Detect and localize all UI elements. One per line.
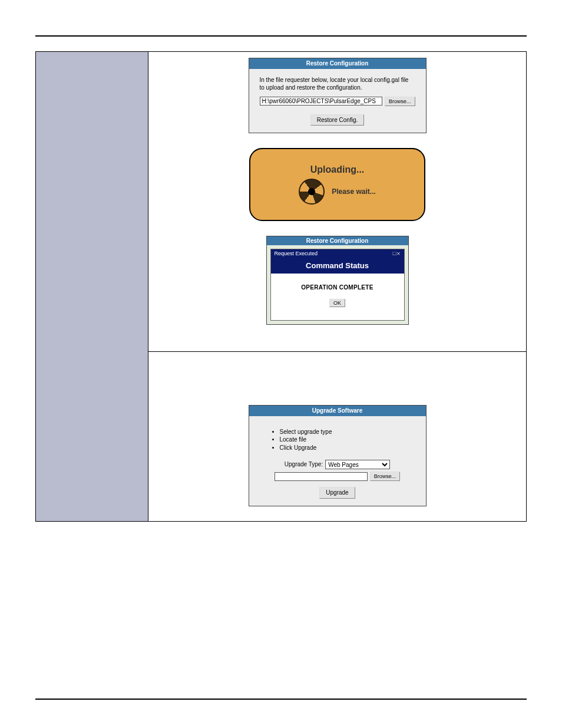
upgrade-type-select[interactable]: Web Pages bbox=[325, 460, 390, 469]
spinner-icon bbox=[299, 179, 325, 205]
command-status-title: Command Status bbox=[271, 258, 404, 274]
command-status-panel: Restore Configuration Request Executed ☐… bbox=[266, 236, 409, 325]
footer-rule bbox=[35, 699, 527, 700]
upgrade-button[interactable]: Upgrade bbox=[319, 487, 355, 499]
upgrade-browse-button[interactable]: Browse... bbox=[370, 472, 401, 481]
upgrade-file-input[interactable] bbox=[275, 472, 368, 481]
request-executed-label: Request Executed bbox=[275, 251, 318, 256]
upgrade-software-panel: Upgrade Software Select upgrade type Loc… bbox=[249, 405, 427, 506]
upgrade-software-header: Upgrade Software bbox=[249, 406, 426, 416]
restore-browse-button[interactable]: Browse... bbox=[385, 97, 415, 106]
upgrade-step-3: Click Upgrade bbox=[280, 444, 415, 452]
doc-table: Restore Configuration In the file reques… bbox=[35, 51, 527, 522]
restore-file-input[interactable] bbox=[260, 97, 382, 106]
ok-button[interactable]: OK bbox=[329, 299, 345, 307]
header-rule bbox=[35, 35, 527, 37]
restore-config-panel: Restore Configuration In the file reques… bbox=[249, 58, 427, 133]
uploading-wait: Please wait... bbox=[332, 187, 376, 196]
restore-config-button[interactable]: Restore Config. bbox=[310, 114, 364, 126]
uploading-title: Uploading... bbox=[310, 164, 365, 175]
upgrade-type-label: Upgrade Type: bbox=[285, 460, 323, 469]
left-sidebar bbox=[36, 52, 148, 521]
upgrade-step-1: Select upgrade type bbox=[280, 428, 415, 436]
upgrade-step-2: Locate file bbox=[280, 436, 415, 444]
operation-complete-message: OPERATION COMPLETE bbox=[276, 284, 399, 291]
uploading-dialog: Uploading... Please wait... bbox=[249, 148, 425, 221]
restore-instruction: In the file requester below, locate your… bbox=[260, 76, 415, 92]
close-icon[interactable]: ☐✕ bbox=[392, 251, 401, 256]
command-status-titlebar: Request Executed ☐✕ bbox=[271, 249, 404, 258]
command-status-panel-header: Restore Configuration bbox=[267, 236, 408, 245]
restore-config-header: Restore Configuration bbox=[249, 58, 426, 69]
